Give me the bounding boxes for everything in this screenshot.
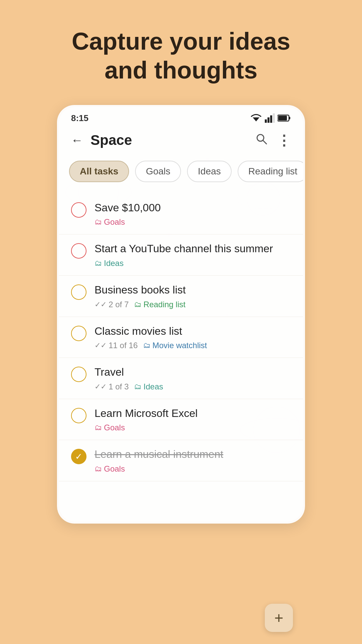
battery-icon — [278, 114, 291, 122]
back-button[interactable]: ← — [69, 131, 85, 149]
svg-rect-20 — [265, 119, 267, 123]
task-checkbox-3[interactable] — [71, 284, 86, 300]
task-tag-3: 🗂 Reading list — [134, 300, 185, 309]
folder-icon: 🗂 — [95, 218, 102, 226]
task-body-2: Start a YouTube channel this summer 🗂 Id… — [95, 242, 291, 268]
task-meta-3: ✓✓ 2 of 7 🗂 Reading list — [95, 300, 291, 309]
phone-content: 8:15 — [59, 107, 303, 522]
task-checkbox-4[interactable] — [71, 326, 86, 341]
task-title-1: Save $10,000 — [95, 201, 291, 215]
status-time: 8:15 — [71, 113, 88, 123]
subtask-count-4: ✓✓ 11 of 16 — [95, 341, 138, 350]
folder-icon: 🗂 — [134, 382, 141, 391]
task-checkbox-6[interactable] — [71, 408, 86, 423]
task-body-7: Learn a musical instrument 🗂 Goals — [95, 447, 291, 474]
task-body-6: Learn Microsoft Excel 🗂 Goals — [95, 407, 291, 433]
task-meta-6: 🗂 Goals — [95, 423, 291, 432]
status-bar: 8:15 — [59, 107, 303, 127]
task-meta-4: ✓✓ 11 of 16 🗂 Movie watchlist — [95, 341, 291, 350]
tab-goals[interactable]: Goals — [135, 161, 181, 182]
subtask-icon: ✓✓ — [95, 382, 107, 391]
signal-icon — [265, 113, 275, 123]
table-row: Learn Microsoft Excel 🗂 Goals — [59, 399, 303, 440]
svg-rect-25 — [289, 117, 290, 119]
task-body-1: Save $10,000 🗂 Goals — [95, 201, 291, 227]
task-meta-2: 🗂 Ideas — [95, 259, 291, 268]
table-row: Travel ✓✓ 1 of 3 🗂 Ideas — [59, 358, 303, 399]
task-title-7: Learn a musical instrument — [95, 447, 291, 462]
task-tag-6: 🗂 Goals — [95, 423, 125, 432]
headline: Capture your ideas and thoughts — [45, 0, 317, 105]
status-icons — [250, 113, 291, 123]
svg-rect-22 — [270, 115, 272, 123]
table-row: Classic movies list ✓✓ 11 of 16 🗂 Movie … — [59, 317, 303, 358]
svg-rect-26 — [278, 116, 287, 120]
search-icon[interactable] — [253, 131, 269, 150]
task-tag-5: 🗂 Ideas — [134, 382, 163, 391]
folder-icon: 🗂 — [143, 341, 150, 350]
task-meta-7: 🗂 Goals — [95, 464, 291, 474]
svg-marker-19 — [253, 117, 259, 121]
task-body-4: Classic movies list ✓✓ 11 of 16 🗂 Movie … — [95, 324, 291, 351]
task-title-5: Travel — [95, 365, 291, 379]
subtask-icon: ✓✓ — [95, 300, 107, 309]
svg-rect-23 — [273, 113, 275, 123]
nav-title: Space — [90, 132, 248, 148]
table-row: ✓ Learn a musical instrument 🗂 Goals — [59, 440, 303, 481]
task-tag-1: 🗂 Goals — [95, 217, 125, 227]
filter-tabs: All tasks Goals Ideas Reading list — [59, 157, 303, 190]
tab-ideas[interactable]: Ideas — [187, 161, 232, 182]
task-tag-4: 🗂 Movie watchlist — [143, 341, 207, 350]
task-checkbox-2[interactable] — [71, 243, 86, 259]
headline-line2: and thoughts — [105, 57, 257, 84]
task-body-3: Business books list ✓✓ 2 of 7 🗂 Reading … — [95, 283, 291, 309]
folder-icon: 🗂 — [134, 300, 141, 309]
task-tag-7: 🗂 Goals — [95, 464, 125, 474]
svg-line-28 — [263, 141, 266, 144]
checkmark-icon: ✓ — [75, 452, 82, 461]
svg-rect-21 — [267, 117, 269, 123]
table-row: Start a YouTube channel this summer 🗂 Id… — [59, 234, 303, 276]
task-title-2: Start a YouTube channel this summer — [95, 242, 291, 256]
tab-reading-list[interactable]: Reading list — [238, 161, 303, 182]
headline-line1: Capture your ideas — [72, 28, 290, 55]
subtask-count-5: ✓✓ 1 of 3 — [95, 382, 129, 391]
task-meta-5: ✓✓ 1 of 3 🗂 Ideas — [95, 382, 291, 391]
table-row: Save $10,000 🗂 Goals — [59, 194, 303, 235]
task-checkbox-1[interactable] — [71, 202, 86, 218]
subtask-count-3: ✓✓ 2 of 7 — [95, 300, 129, 309]
folder-icon: 🗂 — [95, 259, 102, 268]
phone-frame: ✦ ✦ ✦ ✦ ✦ 8:15 — [57, 105, 305, 524]
tab-all-tasks[interactable]: All tasks — [69, 161, 129, 182]
task-meta-1: 🗂 Goals — [95, 217, 291, 227]
task-tag-2: 🗂 Ideas — [95, 259, 124, 268]
top-nav: ← Space ⋮ — [59, 127, 303, 157]
task-title-3: Business books list — [95, 283, 291, 297]
task-list: Save $10,000 🗂 Goals Start a YouTube cha… — [59, 190, 303, 522]
task-title-6: Learn Microsoft Excel — [95, 407, 291, 421]
folder-icon: 🗂 — [95, 465, 102, 473]
task-body-5: Travel ✓✓ 1 of 3 🗂 Ideas — [95, 365, 291, 391]
table-row: Business books list ✓✓ 2 of 7 🗂 Reading … — [59, 276, 303, 317]
task-checkbox-7[interactable]: ✓ — [71, 449, 86, 464]
folder-icon: 🗂 — [95, 423, 102, 432]
task-title-4: Classic movies list — [95, 324, 291, 338]
task-checkbox-5[interactable] — [71, 367, 86, 382]
wifi-icon — [250, 113, 262, 123]
more-options-icon[interactable]: ⋮ — [275, 130, 293, 151]
subtask-icon: ✓✓ — [95, 341, 107, 350]
